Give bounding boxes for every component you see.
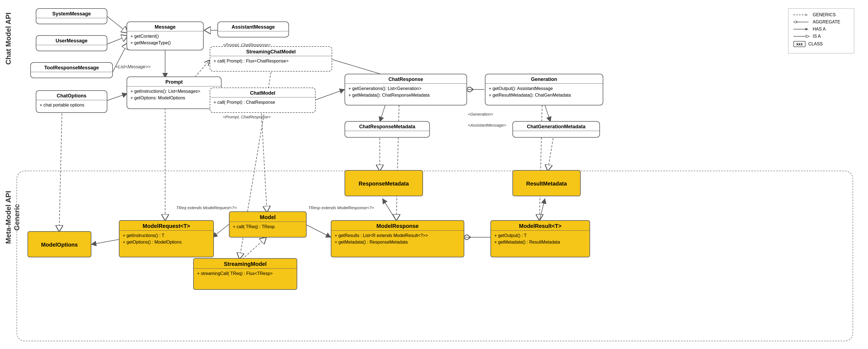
- svg-line-3: [107, 17, 128, 33]
- svg-line-18: [380, 105, 385, 122]
- Prompt-title: Prompt: [127, 77, 221, 87]
- svg-marker-42: [806, 28, 808, 30]
- ResponseMetadata-title: ResponseMetadata: [355, 178, 412, 188]
- svg-line-19: [545, 105, 550, 122]
- ModelResponse-title: ModelResponse: [331, 221, 464, 231]
- ResultMetadata-title: ResultMetadata: [523, 178, 570, 188]
- StreamingModel-body: + streamingCall( TReq) : Flux<TResp>: [194, 268, 297, 279]
- legend-generics: GENERICS: [794, 12, 849, 17]
- ChatModel-box: ChatModel + call( Prompt) : ChatResponse: [210, 88, 316, 113]
- ModelResponse-box: ModelResponse + getResults : List<R exte…: [331, 220, 464, 257]
- legend-aggregate-label: AGGREGATE: [813, 20, 840, 25]
- ToolResponseMessage-title: ToolResponseMessage: [31, 63, 112, 72]
- legend-aggregate: AGGREGATE: [794, 20, 849, 25]
- ChatModel-title: ChatModel: [210, 88, 315, 97]
- ChatOptions-body: + chat portable options: [36, 100, 107, 110]
- Message-title: Message: [127, 22, 203, 31]
- UserMessage-title: UserMessage: [36, 36, 107, 45]
- svg-line-36: [548, 138, 553, 171]
- ChatResponseMetadata-box: ChatResponseMetadata: [345, 121, 430, 138]
- UserMessage-box: UserMessage: [36, 35, 107, 51]
- ModelRequest-title: ModelRequest<T>: [119, 221, 213, 231]
- legend-is-a-label: IS A: [813, 34, 821, 39]
- ChatResponse-body: + getGenerations(): List<Generation>+ ge…: [345, 84, 466, 100]
- SystemMessage-title: SystemMessage: [36, 9, 107, 18]
- legend-is-a: IS A: [794, 34, 849, 39]
- ResultMetadata-box: ResultMetadata: [513, 170, 581, 196]
- ModelResponse-body: + getResults : List<R extends ModelResul…: [331, 231, 464, 247]
- StreamingModel-box: StreamingModel + streamingCall( TReq) : …: [193, 258, 297, 290]
- ChatResponse-box: ChatResponse + getGenerations(): List<Ge…: [345, 74, 467, 105]
- Generation-body: + getOutput(): AssistantMessage+ getResu…: [486, 84, 603, 100]
- legend-has-a-label: HAS A: [813, 27, 826, 32]
- ToolResponseMessage-box: ToolResponseMessage: [30, 62, 113, 78]
- svg-line-5: [113, 43, 128, 71]
- legend-generics-label: GENERICS: [813, 12, 836, 17]
- StreamingModel-title: StreamingModel: [194, 259, 297, 268]
- StreamingChatModel-box: StreamingChatModel + call( Prompt) : Flu…: [210, 46, 332, 71]
- svg-line-15: [314, 90, 345, 100]
- svg-text:<AssistantMessage>: <AssistantMessage>: [468, 123, 506, 127]
- StreamingChatModel-body: + call( Prompt) : Flux<ChatResponse>: [210, 56, 332, 66]
- AssistantMessage-title: AssistantMessage: [218, 22, 288, 31]
- ModelOptions-title: ModelOptions: [38, 240, 81, 249]
- ChatGenerationMetadata-box: ChatGenerationMetadata: [513, 121, 600, 138]
- Generation-box: Generation + getOutput(): AssistantMessa…: [485, 74, 603, 105]
- legend: GENERICS AGGREGATE HAS A IS A xxx: [788, 8, 854, 54]
- svg-line-9: [107, 94, 127, 100]
- legend-has-a: HAS A: [794, 27, 849, 32]
- Prompt-box: Prompt + getInstructions(): List<Message…: [127, 76, 221, 109]
- SystemMessage-box: SystemMessage: [36, 8, 107, 24]
- ChatResponse-title: ChatResponse: [345, 74, 466, 84]
- Prompt-body: + getInstructions(): List<Messages>+ get…: [127, 87, 221, 103]
- Generation-title: Generation: [486, 74, 603, 84]
- ModelRequest-body: + getInstructions() : T+ getOptions() : …: [119, 231, 213, 247]
- svg-text:<Generation>: <Generation>: [468, 112, 493, 117]
- ChatModel-body: + call( Prompt) : ChatResponse: [210, 97, 315, 107]
- chat-model-api-label: Chat Model API: [4, 11, 13, 66]
- svg-text:<List<Message>>: <List<Message>>: [116, 64, 151, 69]
- Message-body: + getContent()+ getMessageType(): [127, 31, 203, 48]
- ResponseMetadata-box: ResponseMetadata: [345, 170, 423, 196]
- ModelResult-title: ModelResult<T>: [491, 221, 589, 231]
- ChatResponseMetadata-title: ChatResponseMetadata: [345, 122, 429, 131]
- ModelResult-box: ModelResult<T> + getOutput() : T+ getMet…: [490, 220, 590, 257]
- ChatOptions-box: ChatOptions + chat portable options: [36, 90, 107, 113]
- svg-marker-44: [806, 35, 809, 38]
- Message-box: Message + getContent()+ getMessageType(): [127, 22, 204, 51]
- svg-text:<Prompt, ChatResponse>: <Prompt, ChatResponse>: [223, 115, 271, 119]
- legend-class-label: CLASS: [808, 41, 823, 46]
- legend-class: xxx CLASS: [794, 41, 849, 47]
- ChatOptions-title: ChatOptions: [36, 91, 107, 100]
- svg-line-4: [107, 36, 128, 44]
- Model-box: Model + call( TReq) : TResp: [229, 211, 307, 237]
- ModelOptions-box: ModelOptions: [28, 231, 91, 257]
- Model-body: + call( TReq) : TResp: [229, 222, 306, 232]
- AssistantMessage-box: AssistantMessage: [217, 22, 289, 37]
- ModelRequest-box: ModelRequest<T> + getInstructions() : T+…: [119, 220, 214, 257]
- ChatGenerationMetadata-title: ChatGenerationMetadata: [513, 122, 599, 131]
- Model-title: Model: [229, 212, 306, 222]
- diagram-container: Chat Model API GenericMeta-Model API: [0, 0, 868, 349]
- StreamingChatModel-title: StreamingChatModel: [210, 47, 332, 56]
- ModelResult-body: + getOutput() : T+ getMetadata() : Resul…: [491, 231, 589, 247]
